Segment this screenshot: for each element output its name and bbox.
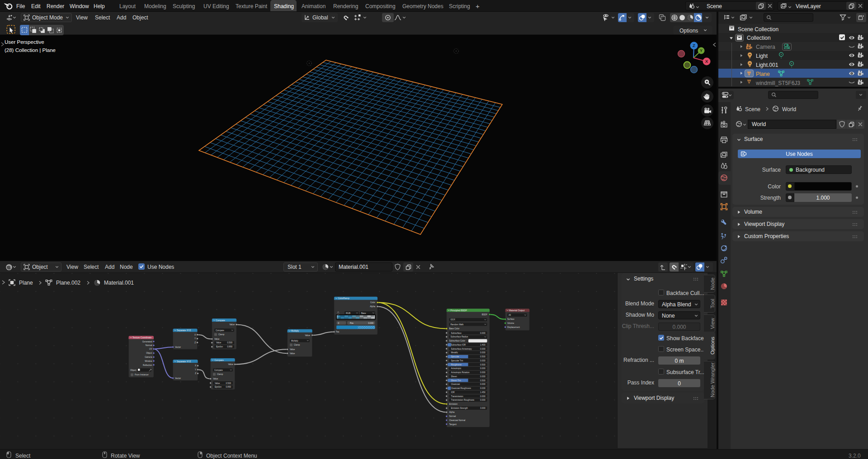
svg-text:Subsurface Radius: Subsurface Radius [451, 336, 469, 338]
svg-text:Reflection: Reflection [143, 364, 152, 366]
svg-text:Z: Z [194, 342, 196, 344]
svg-text:Principled BSDF: Principled BSDF [450, 309, 467, 312]
svg-text:Value: Value [213, 378, 218, 380]
svg-text:Subsurface Anisotropy: Subsurface Anisotropy [451, 348, 472, 350]
svg-text:Tangent: Tangent [449, 423, 457, 426]
svg-text:Compare: Compare [214, 369, 223, 371]
svg-text:1.450: 1.450 [480, 391, 486, 393]
svg-text:Specular: Specular [451, 356, 460, 358]
svg-text:ColorRamp: ColorRamp [338, 297, 349, 300]
svg-text:X: X [194, 334, 196, 336]
svg-text:Roughness: Roughness [451, 364, 462, 366]
svg-text:0.000: 0.000 [480, 360, 486, 362]
svg-text:Subsurface: Subsurface [451, 332, 462, 334]
svg-text:Value: Value [290, 352, 295, 355]
svg-text:Emission: Emission [449, 403, 458, 405]
svg-text:Epsilon: Epsilon [215, 386, 222, 388]
svg-text:Y: Y [194, 337, 196, 340]
svg-text:Separate XYZ: Separate XYZ [177, 329, 191, 332]
svg-text:Value: Value [215, 382, 220, 384]
svg-text:0.030: 0.030 [480, 387, 486, 389]
svg-text:Object:: Object: [130, 369, 137, 371]
svg-text:3.000: 3.000 [480, 407, 486, 409]
svg-text:GGX: GGX [451, 318, 455, 321]
svg-text:Y: Y [700, 48, 703, 53]
svg-text:Normal: Normal [146, 344, 152, 347]
svg-text:Surface: Surface [507, 318, 514, 320]
svg-text:0.000: 0.000 [480, 383, 486, 385]
svg-text:Multiply: Multiply [291, 329, 299, 332]
svg-text:0.500: 0.500 [480, 356, 486, 358]
svg-text:0.000: 0.000 [480, 399, 486, 401]
svg-text:Subsurface Color: Subsurface Color [449, 340, 466, 342]
svg-text:0.890: 0.890 [227, 346, 233, 348]
svg-text:Vector: Vector [175, 346, 181, 348]
svg-text:Value: Value [216, 342, 222, 344]
svg-text:0.000: 0.000 [480, 351, 486, 354]
svg-text:Separate XYZ: Separate XYZ [177, 360, 191, 363]
svg-text:Compare: Compare [216, 329, 224, 332]
svg-text:Base Color: Base Color [449, 328, 460, 330]
svg-text:0.000: 0.000 [480, 367, 486, 370]
svg-text:Z: Z [693, 43, 695, 48]
svg-text:Multiply: Multiply [291, 340, 298, 342]
svg-text:Anisotropic Rotation: Anisotropic Rotation [451, 371, 470, 374]
svg-text:0.500: 0.500 [480, 364, 486, 366]
svg-text:Compare: Compare [216, 319, 225, 322]
svg-text:Clamp: Clamp [294, 344, 300, 346]
svg-text:Volume: Volume [507, 322, 514, 324]
svg-text:0: 0 [338, 322, 340, 324]
svg-text:Displacement: Displacement [507, 326, 520, 328]
svg-text:0.000: 0.000 [368, 322, 374, 324]
svg-text:Specular Tint: Specular Tint [451, 360, 464, 362]
svg-text:Sheen Tint: Sheen Tint [451, 379, 462, 382]
svg-text:0.000: 0.000 [480, 375, 486, 378]
svg-text:IOR: IOR [451, 391, 455, 393]
svg-text:Value: Value [228, 363, 234, 365]
svg-text:Clearcoat Normal: Clearcoat Normal [449, 419, 466, 422]
svg-text:0.000: 0.000 [480, 371, 486, 374]
svg-text:1.400: 1.400 [480, 344, 486, 346]
svg-text:Value: Value [305, 334, 311, 337]
svg-text:Transmission: Transmission [451, 395, 464, 398]
svg-text:Y: Y [195, 369, 196, 371]
svg-text:Clamp: Clamp [217, 373, 223, 375]
svg-text:Random Walk: Random Walk [451, 323, 464, 326]
svg-text:0.500: 0.500 [227, 342, 233, 344]
svg-text:Alpha: Alpha [449, 411, 455, 413]
svg-text:Compare: Compare [214, 359, 224, 361]
svg-text:Color: Color [370, 301, 375, 304]
svg-text:Fac: Fac [336, 331, 340, 333]
svg-text:Object: Object [146, 352, 152, 354]
svg-text:BSDF: BSDF [482, 314, 487, 316]
svg-text:Value: Value [290, 348, 295, 351]
svg-text:Camera: Camera [145, 356, 152, 358]
svg-text:Clearcoat: Clearcoat [451, 383, 460, 385]
svg-text:Value: Value [214, 338, 220, 340]
svg-text:Sheen: Sheen [451, 375, 458, 378]
svg-text:0.000: 0.000 [480, 395, 486, 398]
svg-text:Clamp: Clamp [218, 333, 225, 336]
svg-text:UV: UV [149, 348, 152, 350]
svg-text:Texture Coordinate: Texture Coordinate [132, 336, 151, 339]
svg-text:Clearcoat Roughness: Clearcoat Roughness [451, 387, 472, 389]
svg-text:Vector: Vector [175, 377, 181, 379]
svg-text:Subsurface IOR: Subsurface IOR [451, 344, 466, 346]
svg-text:RGB: RGB [346, 312, 350, 314]
svg-text:Transmission Roughness: Transmission Roughness [451, 399, 475, 401]
svg-text:0.500: 0.500 [226, 382, 231, 384]
svg-text:Window: Window [145, 360, 152, 362]
svg-text:Anisotropic: Anisotropic [451, 367, 462, 370]
svg-text:All: All [509, 314, 511, 316]
svg-text:Alpha: Alpha [370, 305, 375, 308]
svg-text:Metallic: Metallic [451, 351, 458, 354]
svg-text:Material Output: Material Output [509, 309, 525, 312]
svg-text:Pos: Pos [350, 322, 354, 324]
svg-text:From Instancer: From Instancer [135, 374, 149, 376]
svg-text:Generated: Generated [142, 341, 152, 343]
svg-text:0.500: 0.500 [480, 379, 486, 382]
svg-text:0.000: 0.000 [480, 348, 486, 350]
svg-text:Base: Base [361, 312, 366, 314]
svg-text:Z: Z [195, 372, 196, 375]
svg-text:Epsilon: Epsilon [216, 346, 223, 348]
